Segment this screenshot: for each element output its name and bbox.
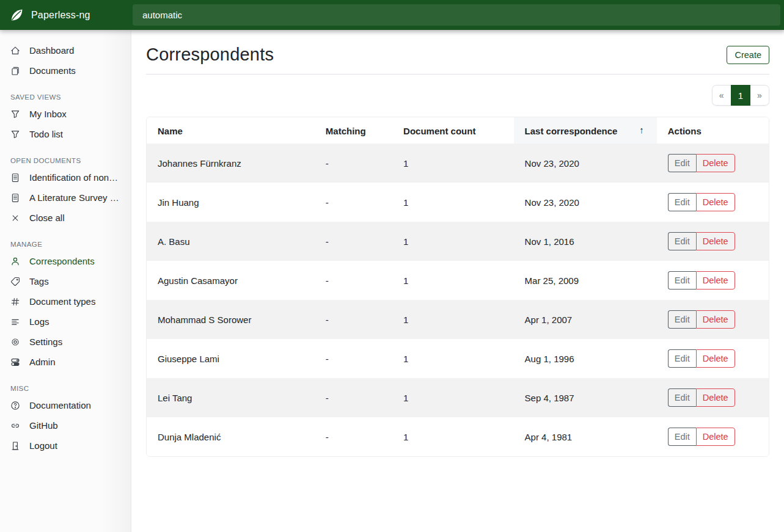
sidebar-item-label: Correspondents <box>29 256 95 266</box>
file-text-icon <box>10 173 20 183</box>
brand[interactable]: Paperless-ng <box>0 7 131 23</box>
search-input[interactable] <box>133 4 780 26</box>
sidebar-item-documents[interactable]: Documents <box>0 60 131 81</box>
delete-button[interactable]: Delete <box>696 388 735 407</box>
house-icon <box>10 46 20 56</box>
column-header-matching[interactable]: Matching <box>315 117 392 144</box>
sidebar-item-admin[interactable]: Admin <box>0 352 131 372</box>
sidebar-item-settings[interactable]: Settings <box>0 332 131 352</box>
door-icon <box>10 441 20 451</box>
cell-document-count: 1 <box>392 339 514 378</box>
question-circle-icon <box>10 401 20 410</box>
cell-matching: - <box>315 300 392 339</box>
sidebar-item-tags[interactable]: Tags <box>0 271 131 291</box>
edit-button[interactable]: Edit <box>668 271 696 290</box>
row-action-group: EditDelete <box>668 310 735 329</box>
cell-matching: - <box>315 339 392 378</box>
edit-button[interactable]: Edit <box>668 428 696 446</box>
table-row: Agustin Casamayor-1Mar 25, 2009EditDelet… <box>147 261 769 300</box>
sidebar-item-identification-of-non-fu[interactable]: Identification of non-fu... <box>0 167 131 188</box>
cell-document-count: 1 <box>392 183 514 222</box>
cell-name: Jin Huang <box>147 183 315 222</box>
column-header-last-correspondence[interactable]: Last correspondence ↑ <box>514 117 657 144</box>
sidebar-item-label: A Literature Survey on ... <box>29 192 120 203</box>
delete-button[interactable]: Delete <box>696 271 735 290</box>
pagination-bar: « 1 » <box>146 85 769 106</box>
delete-button[interactable]: Delete <box>696 349 735 368</box>
main-content: Correspondents Create « 1 » Name Matchin… <box>131 30 784 532</box>
column-header-name[interactable]: Name <box>147 117 315 144</box>
sidebar-item-todo-list[interactable]: Todo list <box>0 124 131 144</box>
cell-actions: EditDelete <box>657 222 769 261</box>
sidebar-item-document-types[interactable]: Document types <box>0 291 131 312</box>
edit-button[interactable]: Edit <box>668 310 696 329</box>
sidebar-item-github[interactable]: GitHub <box>0 415 131 435</box>
table-body: Johannes Fürnkranz-1Nov 23, 2020EditDele… <box>147 144 769 456</box>
sidebar-section-title-saved-views: SAVED VIEWS <box>0 88 131 104</box>
cell-document-count: 1 <box>392 144 514 183</box>
toggles-icon <box>10 357 20 367</box>
table-header-row: Name Matching Document count Last corres… <box>147 117 769 144</box>
sidebar-item-label: Logout <box>29 440 57 451</box>
cell-document-count: 1 <box>392 417 514 456</box>
edit-button[interactable]: Edit <box>668 388 696 407</box>
create-button[interactable]: Create <box>727 46 769 64</box>
row-action-group: EditDelete <box>668 193 735 211</box>
sidebar-item-label: Identification of non-fu... <box>29 172 120 183</box>
sidebar-item-label: Settings <box>29 337 62 347</box>
cell-document-count: 1 <box>392 300 514 339</box>
sidebar-item-close-all[interactable]: Close all <box>0 208 131 228</box>
sidebar-item-my-inbox[interactable]: My Inbox <box>0 104 131 124</box>
pagination-prev-button[interactable]: « <box>712 85 731 106</box>
cell-name: A. Basu <box>147 222 315 261</box>
edit-button[interactable]: Edit <box>668 193 696 211</box>
table-row: Johannes Fürnkranz-1Nov 23, 2020EditDele… <box>147 144 769 183</box>
table-row: Lei Tang-1Sep 4, 1987EditDelete <box>147 378 769 417</box>
sidebar-item-a-literature-survey-on[interactable]: A Literature Survey on ... <box>0 188 131 208</box>
cell-document-count: 1 <box>392 378 514 417</box>
cell-last-correspondence: Aug 1, 1996 <box>514 339 657 378</box>
sidebar-item-label: Admin <box>29 357 56 367</box>
edit-button[interactable]: Edit <box>668 349 696 368</box>
correspondents-table: Name Matching Document count Last corres… <box>147 117 769 456</box>
cell-document-count: 1 <box>392 222 514 261</box>
row-action-group: EditDelete <box>668 349 735 368</box>
cell-last-correspondence: Sep 4, 1987 <box>514 378 657 417</box>
cell-last-correspondence: Nov 23, 2020 <box>514 183 657 222</box>
table-row: Mohammad S Sorower-1Apr 1, 2007EditDelet… <box>147 300 769 339</box>
table-row: A. Basu-1Nov 1, 2016EditDelete <box>147 222 769 261</box>
pagination-next-button[interactable]: » <box>750 85 769 106</box>
person-icon <box>10 257 20 266</box>
sidebar-section-title-misc: MISC <box>0 379 131 395</box>
sidebar-item-logout[interactable]: Logout <box>0 435 131 456</box>
cell-actions: EditDelete <box>657 300 769 339</box>
sidebar-item-documentation[interactable]: Documentation <box>0 395 131 415</box>
delete-button[interactable]: Delete <box>696 154 735 172</box>
delete-button[interactable]: Delete <box>696 428 735 446</box>
brand-name: Paperless-ng <box>31 10 90 21</box>
sidebar-item-label: Dashboard <box>29 45 74 56</box>
delete-button[interactable]: Delete <box>696 232 735 250</box>
pagination: « 1 » <box>712 85 769 106</box>
table-row: Jin Huang-1Nov 23, 2020EditDelete <box>147 183 769 222</box>
edit-button[interactable]: Edit <box>668 232 696 250</box>
cell-matching: - <box>315 261 392 300</box>
sidebar-item-dashboard[interactable]: Dashboard <box>0 40 131 60</box>
sidebar-section-title-open-documents: OPEN DOCUMENTS <box>0 151 131 167</box>
sidebar-item-correspondents[interactable]: Correspondents <box>0 251 131 271</box>
header-divider <box>146 74 769 75</box>
sidebar-item-logs[interactable]: Logs <box>0 312 131 332</box>
cell-actions: EditDelete <box>657 378 769 417</box>
cell-name: Agustin Casamayor <box>147 261 315 300</box>
edit-button[interactable]: Edit <box>668 154 696 172</box>
pagination-page-1[interactable]: 1 <box>731 85 750 106</box>
cell-name: Dunja Mladenić <box>147 417 315 456</box>
delete-button[interactable]: Delete <box>696 193 735 211</box>
row-action-group: EditDelete <box>668 271 735 290</box>
page-title: Correspondents <box>146 45 274 65</box>
sidebar-item-label: Close all <box>29 213 65 223</box>
sidebar-item-label: Todo list <box>29 129 63 139</box>
delete-button[interactable]: Delete <box>696 310 735 329</box>
sidebar-item-label: GitHub <box>29 420 58 431</box>
column-header-document-count[interactable]: Document count <box>392 117 514 144</box>
